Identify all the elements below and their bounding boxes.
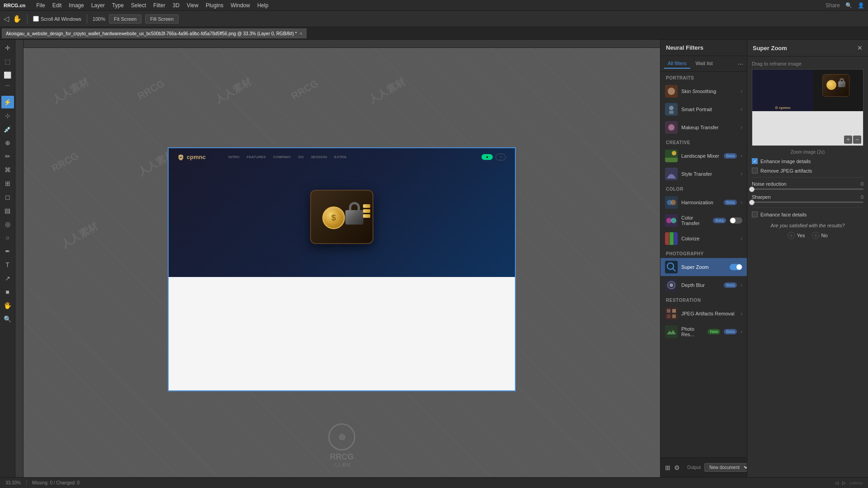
filter-makeup-transfer[interactable]: Makeup Transfer › <box>660 118 747 136</box>
menu-window[interactable]: Window <box>231 2 250 9</box>
selection-tool-icon[interactable]: ⬜ <box>1 69 14 81</box>
enhance-face-checkbox[interactable] <box>752 211 758 217</box>
layers-icon[interactable]: ⊞ <box>665 464 670 471</box>
filter-style-transfer[interactable]: Style Transfer › <box>660 165 747 183</box>
photo-res-arrow[interactable]: › <box>741 328 742 335</box>
filter-smart-portrait[interactable]: Smart Portrait › <box>660 100 747 118</box>
menu-plugins[interactable]: Plugins <box>206 2 223 9</box>
zoom-tool-icon[interactable]: 🔍 <box>1 313 14 325</box>
share-btn[interactable]: Share <box>826 2 840 9</box>
fill-screen-button[interactable]: Fill Screen <box>145 14 179 23</box>
search-icon[interactable]: 🔍 <box>845 2 852 9</box>
menu-select[interactable]: Select <box>131 2 146 9</box>
fit-screen-button[interactable]: Fit Screen <box>109 14 142 23</box>
no-btn[interactable]: ○ No <box>812 232 827 239</box>
menu-file[interactable]: File <box>36 2 45 9</box>
smart-portrait-thumb <box>665 103 678 116</box>
menu-filter[interactable]: Filter <box>153 2 165 9</box>
makeup-transfer-arrow[interactable]: › <box>741 124 742 131</box>
menu-edit[interactable]: Edit <box>52 2 62 9</box>
filter-harmonization[interactable]: Harmonization Beta › <box>660 193 747 211</box>
menu-image[interactable]: Image <box>69 2 84 9</box>
tab-close-btn[interactable]: × <box>300 31 302 36</box>
menu-3d[interactable]: 3D <box>173 2 179 9</box>
crop-tool-icon[interactable]: ⊹ <box>1 109 14 122</box>
blur-tool-icon[interactable]: ◎ <box>1 218 14 230</box>
remove-jpeg-checkbox[interactable] <box>752 168 758 174</box>
eyedropper-icon[interactable]: 💉 <box>1 123 14 136</box>
filter-landscape-mixer[interactable]: Landscape Mixer Beta › <box>660 147 747 165</box>
status-arrow-left[interactable]: ◁ <box>835 480 839 485</box>
enhance-details-checkbox[interactable] <box>752 158 758 164</box>
brush-tool-icon[interactable]: ✏ <box>1 150 14 163</box>
healing-brush-icon[interactable]: ⊕ <box>1 136 14 149</box>
filter-super-zoom[interactable]: Super Zoom <box>660 258 747 276</box>
colorize-arrow[interactable]: › <box>741 235 742 242</box>
skin-smoothing-arrow[interactable]: › <box>741 88 742 94</box>
settings-icon[interactable]: ⚙ <box>674 464 680 471</box>
super-zoom-toggle[interactable] <box>730 264 742 270</box>
svg-point-1 <box>668 88 675 95</box>
sz-close-btn[interactable]: ✕ <box>857 44 863 52</box>
filter-color-transfer[interactable]: Color Transfer Beta <box>660 211 747 230</box>
sharpen-thumb[interactable] <box>749 200 755 205</box>
output-select[interactable]: New document <box>704 463 750 472</box>
document-tab[interactable]: Akoisgau_a_website_design_for_crpyto_wal… <box>2 28 307 38</box>
filter-jpeg-artifacts[interactable]: JPEG Artifacts Removal › <box>660 305 747 323</box>
sharpen-track[interactable] <box>752 202 863 203</box>
magic-wand-icon[interactable]: ⚡ <box>1 96 14 108</box>
sz-zoom-in-btn[interactable]: + <box>844 136 852 144</box>
eraser-icon[interactable]: ◻ <box>1 191 14 203</box>
menu-view[interactable]: View <box>187 2 198 9</box>
depth-blur-arrow[interactable]: › <box>741 282 742 288</box>
jpeg-artifacts-arrow[interactable]: › <box>741 310 742 317</box>
tab-all-filters[interactable]: All filters <box>664 59 690 69</box>
status-arrow-right[interactable]: ▷ <box>842 480 846 485</box>
sz-wallet-mini <box>822 74 849 97</box>
clone-stamp-icon[interactable]: ⌘ <box>1 164 14 176</box>
menu-help[interactable]: Help <box>257 2 269 9</box>
sz-zoom-out-btn[interactable]: − <box>853 136 861 144</box>
hand-icon[interactable]: 🖐 <box>1 299 14 312</box>
neural-filters-header: Neural Filters <box>660 40 747 56</box>
sz-preview-area[interactable]: ⊙ cpmnc + − <box>752 69 863 146</box>
landscape-badge: Beta <box>724 153 737 159</box>
menu-layer[interactable]: Layer <box>91 2 105 9</box>
hand-tool-icon[interactable]: ✋ <box>13 14 22 23</box>
noise-reduction-thumb[interactable] <box>749 187 755 192</box>
canvas-content[interactable]: 人人素材 RRCG 人人素材 RRCG 人人素材 RRCG 人人素材 RRCG … <box>24 48 660 477</box>
noise-reduction-track[interactable] <box>752 188 863 190</box>
dodge-tool-icon[interactable]: ○ <box>1 231 14 244</box>
path-select-icon[interactable]: ↗ <box>1 272 14 285</box>
artboard-tool-icon[interactable]: ⬚ <box>1 55 14 68</box>
doc-nav: cpmnc INTRO FEATURES COMPANY DO SESSION … <box>169 148 515 166</box>
account-icon[interactable]: 👤 <box>858 2 864 9</box>
zoom-percent[interactable]: 100% <box>93 16 105 22</box>
doc-brand-text: cpmnc <box>187 154 206 160</box>
yes-btn[interactable]: ○ Yes <box>788 232 805 239</box>
neural-more-btn[interactable]: ··· <box>738 60 743 67</box>
canvas-area[interactable]: 人人素材 RRCG 人人素材 RRCG 人人素材 RRCG 人人素材 RRCG … <box>15 40 660 477</box>
filter-photo-res[interactable]: Photo Res... New Beta › <box>660 323 747 341</box>
harmonization-arrow[interactable]: › <box>741 199 742 206</box>
text-tool-icon[interactable]: T <box>1 258 14 271</box>
noise-reduction-label: Noise reduction <box>752 181 786 187</box>
svg-point-13 <box>670 200 676 205</box>
landscape-arrow[interactable]: › <box>741 153 742 159</box>
move-tool-icon[interactable]: ✛ <box>1 42 14 54</box>
shape-tool-icon[interactable]: ■ <box>1 286 14 298</box>
history-brush-icon[interactable]: ⊞ <box>1 177 14 190</box>
filter-skin-smoothing[interactable]: Skin Smoothing › <box>660 82 747 100</box>
lasso-tool-icon[interactable]: ⌒ <box>1 82 14 95</box>
filter-depth-blur[interactable]: Depth Blur Beta › <box>660 276 747 294</box>
scroll-all-checkbox[interactable]: Scroll All Windows <box>33 16 81 22</box>
pen-tool-icon[interactable]: ✒ <box>1 245 14 258</box>
back-icon[interactable]: ◁ <box>4 14 9 23</box>
color-transfer-toggle[interactable] <box>730 217 742 224</box>
style-transfer-arrow[interactable]: › <box>741 171 742 177</box>
filter-colorize[interactable]: Colorize › <box>660 230 747 248</box>
menu-type[interactable]: Type <box>112 2 124 9</box>
tab-wait-list[interactable]: Wait list <box>692 59 717 69</box>
smart-portrait-arrow[interactable]: › <box>741 106 742 113</box>
gradient-tool-icon[interactable]: ▤ <box>1 204 14 217</box>
